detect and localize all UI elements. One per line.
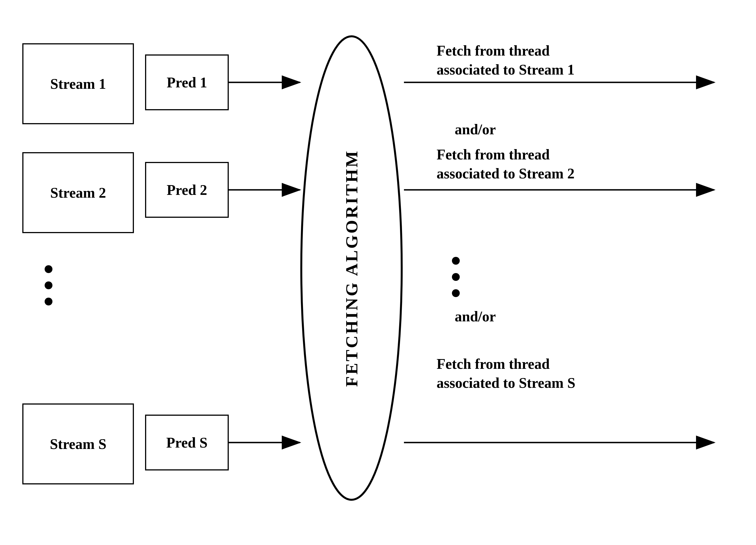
right-dots <box>452 257 460 297</box>
right-dot-1 <box>452 257 460 265</box>
pred2-label: Pred 2 <box>167 182 207 198</box>
right-dot-3 <box>452 289 460 297</box>
left-dot-1 <box>45 265 52 273</box>
right-dot-2 <box>452 273 460 281</box>
fetch-label-stream2: Fetch from threadassociated to Stream 2 <box>437 145 574 183</box>
pred1-label: Pred 1 <box>167 74 207 91</box>
streamS-label: Stream S <box>50 436 107 452</box>
andor-label-2: and/or <box>455 307 496 326</box>
diagram: Stream 1 Stream 2 Stream S Pred 1 Pred 2… <box>0 0 756 545</box>
stream2-label: Stream 2 <box>50 184 106 201</box>
left-dot-3 <box>45 298 52 306</box>
predS-box: Pred S <box>145 415 229 470</box>
stream1-label: Stream 1 <box>50 76 106 92</box>
predS-label: Pred S <box>166 435 208 451</box>
stream2-box: Stream 2 <box>22 152 134 233</box>
left-dot-2 <box>45 282 52 289</box>
fetch-label-stream1: Fetch from threadassociated to Stream 1 <box>437 41 574 79</box>
left-dots <box>45 265 52 306</box>
fetch-label-streamS: Fetch from threadassociated to Stream S <box>437 355 575 392</box>
streamS-box: Stream S <box>22 404 134 484</box>
fetching-algorithm-label: FETCHING ALGORITHM <box>304 33 399 503</box>
stream1-box: Stream 1 <box>22 43 134 124</box>
andor-label-1: and/or <box>455 120 496 139</box>
pred2-box: Pred 2 <box>145 162 229 218</box>
pred1-box: Pred 1 <box>145 54 229 110</box>
